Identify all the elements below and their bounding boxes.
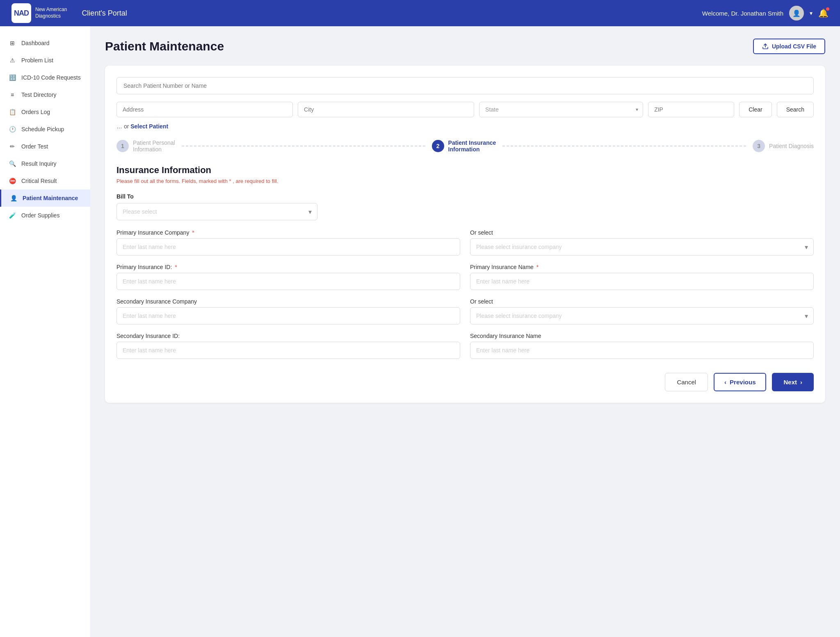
step-line-1 bbox=[182, 146, 425, 146]
cancel-button[interactable]: Cancel bbox=[665, 373, 708, 391]
zip-input[interactable] bbox=[648, 102, 734, 117]
step-2: 2 Patient Insurance Information bbox=[432, 139, 496, 153]
state-select[interactable]: State ALAKAZCA COFLGANYTX bbox=[479, 102, 643, 117]
select-patient-row: … or Select Patient bbox=[116, 123, 814, 130]
sidebar-label-orders-log: Orders Log bbox=[21, 109, 50, 115]
primary-id-required: * bbox=[175, 264, 177, 270]
or-select-label-1: Or select bbox=[470, 229, 814, 236]
sidebar-item-problem-list[interactable]: ⚠ Problem List bbox=[0, 52, 90, 69]
bell-icon[interactable]: 🔔 bbox=[818, 8, 829, 18]
primary-id-label: Primary Insurance ID: * bbox=[116, 264, 460, 270]
patient-maintenance-icon: 👤 bbox=[9, 194, 18, 202]
bill-to-select[interactable]: Please select Insurance Patient Other bbox=[116, 203, 317, 220]
sidebar-item-order-supplies[interactable]: 🧪 Order Supplies bbox=[0, 207, 90, 224]
primary-company-select-wrapper: Please select insurance company ▾ bbox=[470, 238, 814, 256]
icd10-icon: 🔢 bbox=[8, 73, 16, 82]
previous-button[interactable]: ‹ Previous bbox=[714, 373, 766, 391]
step-3: 3 Patient Diagnosis bbox=[753, 140, 814, 152]
step-2-label: Patient Insurance Information bbox=[448, 139, 496, 153]
or-select-label-2: Or select bbox=[470, 298, 814, 305]
primary-id-col: Primary Insurance ID: * bbox=[116, 264, 460, 290]
sidebar-label-order-test: Order Test bbox=[21, 143, 48, 150]
section-title: Insurance Information bbox=[116, 165, 814, 176]
avatar-dropdown-icon[interactable]: ▾ bbox=[810, 10, 813, 16]
brand-name: New American Diagnostics bbox=[35, 7, 67, 19]
bill-to-select-wrapper: Please select Insurance Patient Other ▾ bbox=[116, 203, 317, 220]
address-search-button[interactable]: Search bbox=[777, 102, 814, 117]
notification-icon[interactable]: 🔔 bbox=[818, 8, 829, 18]
sidebar-label-problem-list: Problem List bbox=[21, 57, 53, 64]
sidebar-item-test-directory[interactable]: ≡ Test Directory bbox=[0, 86, 90, 103]
sidebar-label-result-inquiry: Result Inquiry bbox=[21, 160, 57, 167]
page-title: Patient Maintenance bbox=[105, 39, 224, 53]
sidebar-item-patient-maintenance[interactable]: 👤 Patient Maintenance bbox=[0, 190, 90, 207]
prev-chevron-icon: ‹ bbox=[724, 379, 726, 386]
bill-to-label: Bill To bbox=[116, 193, 317, 200]
address-row: State ALAKAZCA COFLGANYTX ▾ Clear Search bbox=[116, 102, 814, 117]
primary-name-col: Primary Insurance Name * bbox=[470, 264, 814, 290]
next-chevron-icon: › bbox=[800, 379, 802, 386]
or-select-col-1: Or select Please select insurance compan… bbox=[470, 229, 814, 256]
main-card: State ALAKAZCA COFLGANYTX ▾ Clear Search… bbox=[105, 66, 825, 403]
step-1: 1 Patient Personal Information bbox=[116, 139, 175, 153]
bill-to-section: Bill To Please select Insurance Patient … bbox=[116, 193, 317, 220]
stepper: 1 Patient Personal Information 2 Patient… bbox=[116, 139, 814, 153]
sidebar-item-result-inquiry[interactable]: 🔍 Result Inquiry bbox=[0, 155, 90, 172]
primary-company-select[interactable]: Please select insurance company bbox=[470, 238, 814, 256]
section-subtitle: Please fill out all the forms. Fields, m… bbox=[116, 178, 814, 184]
sidebar-label-schedule-pickup: Schedule Pickup bbox=[21, 126, 64, 132]
address-input[interactable] bbox=[116, 102, 293, 117]
next-button[interactable]: Next › bbox=[772, 373, 814, 391]
secondary-company-label: Secondary Insurance Company bbox=[116, 298, 460, 305]
header-right: Welcome, Dr. Jonathan Smith 👤 ▾ 🔔 bbox=[702, 6, 829, 21]
page-header: Patient Maintenance Upload CSV File bbox=[105, 39, 825, 54]
sidebar: ⊞ Dashboard ⚠ Problem List 🔢 ICD-10 Code… bbox=[0, 26, 90, 637]
sidebar-item-dashboard[interactable]: ⊞ Dashboard bbox=[0, 34, 90, 52]
secondary-company-input[interactable] bbox=[116, 307, 460, 324]
order-test-icon: ✏ bbox=[8, 142, 16, 151]
sidebar-item-icd10[interactable]: 🔢 ICD-10 Code Requests bbox=[0, 69, 90, 86]
sidebar-item-orders-log[interactable]: 📋 Orders Log bbox=[0, 103, 90, 121]
sidebar-label-dashboard: Dashboard bbox=[21, 40, 50, 46]
required-marker: * bbox=[229, 178, 231, 184]
search-input[interactable] bbox=[116, 77, 814, 94]
primary-company-col: Primary Insurance Company * bbox=[116, 229, 460, 256]
primary-id-input[interactable] bbox=[116, 273, 460, 290]
secondary-name-input[interactable] bbox=[470, 342, 814, 359]
primary-company-required: * bbox=[192, 229, 194, 236]
primary-name-input[interactable] bbox=[470, 273, 814, 290]
primary-name-label: Primary Insurance Name * bbox=[470, 264, 814, 270]
sidebar-item-order-test[interactable]: ✏ Order Test bbox=[0, 138, 90, 155]
sidebar-item-critical-result[interactable]: ⛔ Critical Result bbox=[0, 172, 90, 190]
notification-dot bbox=[826, 7, 829, 11]
secondary-id-input[interactable] bbox=[116, 342, 460, 359]
secondary-company-row: Secondary Insurance Company Or select Pl… bbox=[116, 298, 814, 324]
city-input[interactable] bbox=[298, 102, 474, 117]
step-line-2 bbox=[502, 146, 746, 146]
upload-csv-button[interactable]: Upload CSV File bbox=[753, 39, 825, 54]
sidebar-label-patient-maintenance: Patient Maintenance bbox=[23, 195, 78, 201]
portal-title: Client's Portal bbox=[82, 9, 127, 18]
secondary-name-col: Secondary Insurance Name bbox=[470, 333, 814, 359]
secondary-company-select-wrapper: Please select insurance company ▾ bbox=[470, 307, 814, 324]
secondary-company-select[interactable]: Please select insurance company bbox=[470, 307, 814, 324]
select-patient-link[interactable]: Select Patient bbox=[130, 123, 168, 130]
step-2-circle: 2 bbox=[432, 140, 444, 152]
step-1-circle: 1 bbox=[116, 140, 129, 152]
sidebar-label-test-directory: Test Directory bbox=[21, 91, 57, 98]
clear-button[interactable]: Clear bbox=[739, 102, 772, 117]
sidebar-item-schedule-pickup[interactable]: 🕐 Schedule Pickup bbox=[0, 121, 90, 138]
layout: ⊞ Dashboard ⚠ Problem List 🔢 ICD-10 Code… bbox=[0, 26, 840, 637]
sidebar-label-critical-result: Critical Result bbox=[21, 178, 57, 184]
avatar[interactable]: 👤 bbox=[789, 6, 804, 21]
state-wrapper: State ALAKAZCA COFLGANYTX ▾ bbox=[479, 102, 643, 117]
order-supplies-icon: 🧪 bbox=[8, 211, 16, 219]
sidebar-label-icd10: ICD-10 Code Requests bbox=[21, 74, 81, 81]
problem-list-icon: ⚠ bbox=[8, 56, 16, 64]
secondary-id-name-row: Secondary Insurance ID: Secondary Insura… bbox=[116, 333, 814, 359]
secondary-company-col: Secondary Insurance Company bbox=[116, 298, 460, 324]
logo-icon: NAD bbox=[11, 3, 31, 23]
secondary-name-label: Secondary Insurance Name bbox=[470, 333, 814, 339]
primary-company-input[interactable] bbox=[116, 238, 460, 256]
dashboard-icon: ⊞ bbox=[8, 39, 16, 47]
